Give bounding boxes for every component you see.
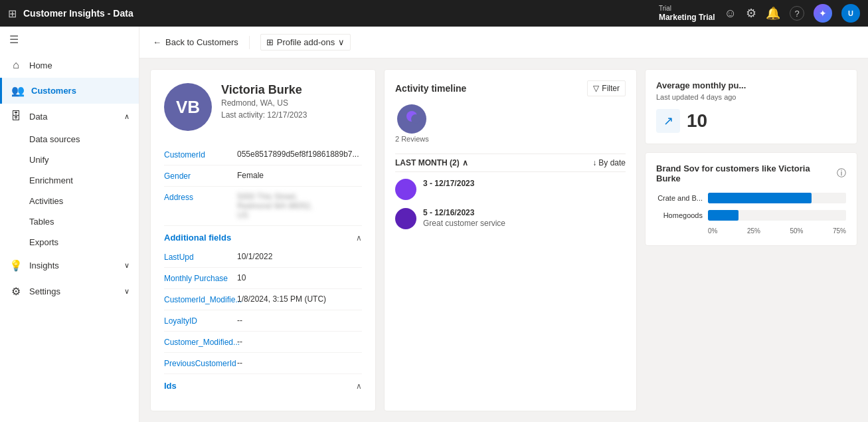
additional-fields-list: LastUpd 10/1/2022 Monthly Purchase 10 Cu… bbox=[164, 247, 362, 374]
activity-card-header: Activity timeline ▽ Filter bbox=[395, 80, 626, 96]
bar-fill-homegoods bbox=[708, 210, 738, 221]
settings-side-icon: ⚙ bbox=[9, 285, 23, 298]
axis-75: 75% bbox=[833, 227, 846, 235]
trial-badge: Trial Marketing Trial bbox=[659, 5, 715, 22]
settings-icon[interactable]: ⚙ bbox=[746, 6, 756, 21]
field-label-lastupd: LastUpd bbox=[164, 252, 230, 262]
customer-avatar: VB bbox=[164, 83, 212, 131]
field-value-gender: Female bbox=[237, 171, 264, 180]
activity-timeline-title: Activity timeline bbox=[395, 83, 466, 94]
trend-up-icon: ↗ bbox=[656, 109, 680, 133]
timeline-item-1-date: 3 - 12/17/2023 bbox=[423, 179, 474, 188]
bar-track-crate bbox=[708, 193, 846, 203]
timeline-item-1: 3 - 12/17/2023 bbox=[395, 179, 626, 200]
field-customerid-modified: CustomerId_Modifie... 1/8/2024, 3:15 PM … bbox=[164, 289, 362, 310]
sidebar-item-unify[interactable]: Unify bbox=[29, 150, 139, 170]
timeline-dot-2 bbox=[395, 208, 416, 229]
nav-icons: Trial Marketing Trial ☺ ⚙ 🔔 ? ✦ U bbox=[659, 4, 860, 23]
svg-point-1 bbox=[411, 114, 420, 124]
content-area: VB Victoria Burke Redmond, WA, US Last a… bbox=[139, 58, 868, 422]
avg-monthly-updated: Last updated 4 days ago bbox=[656, 93, 846, 101]
help-icon[interactable]: ? bbox=[790, 6, 804, 21]
chevron-up-icon5: ∧ bbox=[462, 158, 468, 167]
field-loyaltyid: LoyaltyID -- bbox=[164, 310, 362, 332]
month-label[interactable]: LAST MONTH (2) ∧ bbox=[395, 158, 468, 167]
sort-icon: ↓ bbox=[592, 158, 596, 167]
sidebar-item-activities[interactable]: Activities bbox=[29, 191, 139, 211]
timeline-item-2-content: 5 - 12/16/2023 Great customer service bbox=[423, 208, 505, 228]
bar-track-homegoods bbox=[708, 210, 846, 221]
grid-icon[interactable]: ⊞ bbox=[8, 7, 17, 20]
timeline-dot-1 bbox=[395, 179, 416, 200]
brand-sov-chart: Crate and B... Homegoods 0% 25% bbox=[656, 193, 846, 235]
sidebar-toggle[interactable]: ☰ bbox=[0, 27, 139, 53]
sidebar-data-subitems: Data sources Unify Enrichment Activities… bbox=[0, 129, 139, 253]
customer-last-activity: Last activity: 12/17/2023 bbox=[221, 110, 307, 120]
user-avatar[interactable]: U bbox=[841, 4, 860, 23]
filter-button[interactable]: ▽ Filter bbox=[587, 80, 626, 96]
field-label-customerid-modified: CustomerId_Modifie... bbox=[164, 294, 230, 304]
insights-icon: 💡 bbox=[9, 259, 23, 272]
field-lastupd: LastUpd 10/1/2022 bbox=[164, 247, 362, 268]
chevron-up-icon3: ∧ bbox=[356, 233, 362, 243]
home-icon: ⌂ bbox=[9, 59, 23, 71]
avg-monthly-value-row: ↗ 10 bbox=[656, 109, 846, 133]
sidebar-item-enrichment[interactable]: Enrichment bbox=[29, 170, 139, 191]
sidebar-label-data: Data bbox=[29, 112, 47, 122]
notification-icon[interactable]: 🔔 bbox=[766, 6, 780, 21]
sort-by-date-button[interactable]: ↓ By date bbox=[592, 158, 626, 167]
customer-header: VB Victoria Burke Redmond, WA, US Last a… bbox=[164, 83, 362, 131]
chevron-up-icon4: ∧ bbox=[356, 381, 362, 391]
sidebar: ☰ ⌂ Home 👥 Customers 🗄 Data ∧ Data sourc… bbox=[0, 27, 139, 422]
field-label-gender: Gender bbox=[164, 171, 230, 181]
chevron-down-icon: ∨ bbox=[124, 261, 130, 270]
smiley-icon[interactable]: ☺ bbox=[725, 7, 737, 21]
sidebar-item-exports[interactable]: Exports bbox=[29, 232, 139, 253]
app-title: Customer Insights - Data bbox=[23, 8, 652, 19]
profile-addon-button[interactable]: ⊞ Profile add-ons ∨ bbox=[260, 34, 351, 51]
ids-label: Ids bbox=[164, 381, 177, 391]
additional-fields-label: Additional fields bbox=[164, 233, 231, 243]
bar-row-homegoods: Homegoods bbox=[656, 210, 846, 221]
sidebar-item-home[interactable]: ⌂ Home bbox=[0, 53, 139, 78]
customer-location: Redmond, WA, US bbox=[221, 98, 307, 108]
profile-addon-icon: ⊞ bbox=[266, 37, 274, 47]
field-value-customerid-modified: 1/8/2024, 3:15 PM (UTC) bbox=[237, 294, 326, 304]
ids-section-header[interactable]: Ids ∧ bbox=[164, 374, 362, 395]
field-customer-modified: Customer_Modified... -- bbox=[164, 332, 362, 353]
brand-sov-header: Brand Sov for customers like Victoria Bu… bbox=[656, 163, 846, 183]
field-monthly-purchase: Monthly Purchase 10 bbox=[164, 268, 362, 289]
bar-label-crate: Crate and B... bbox=[656, 194, 703, 202]
field-value-customer-modified: -- bbox=[237, 337, 242, 346]
field-gender: Gender Female bbox=[164, 165, 362, 187]
sidebar-item-data[interactable]: 🗄 Data ∧ bbox=[0, 104, 139, 129]
sidebar-item-data-sources[interactable]: Data sources bbox=[29, 129, 139, 150]
back-label: Back to Customers bbox=[165, 37, 238, 47]
sidebar-item-settings[interactable]: ⚙ Settings ∨ bbox=[0, 278, 139, 304]
axis-25: 25% bbox=[747, 227, 760, 235]
sidebar-item-insights[interactable]: 💡 Insights ∨ bbox=[0, 253, 139, 278]
sidebar-item-customers[interactable]: 👥 Customers bbox=[0, 78, 139, 104]
info-icon[interactable]: ⓘ bbox=[837, 167, 846, 179]
field-label-loyaltyid: LoyaltyID bbox=[164, 316, 230, 326]
brand-sov-title: Brand Sov for customers like Victoria Bu… bbox=[656, 163, 833, 183]
bar-fill-crate bbox=[708, 193, 812, 203]
profile-card: VB Victoria Burke Redmond, WA, US Last a… bbox=[150, 69, 376, 411]
review-bubble bbox=[397, 104, 426, 134]
additional-fields-section-header[interactable]: Additional fields ∧ bbox=[164, 226, 362, 247]
timeline-item-2-desc: Great customer service bbox=[423, 219, 505, 228]
sidebar-label-settings: Settings bbox=[29, 286, 60, 296]
back-to-customers-button[interactable]: ← Back to Customers bbox=[153, 37, 238, 47]
profile-addon-label: Profile add-ons bbox=[277, 37, 335, 47]
copilot-icon[interactable]: ✦ bbox=[814, 4, 832, 23]
sidebar-item-tables[interactable]: Tables bbox=[29, 211, 139, 232]
sidebar-label-home: Home bbox=[29, 60, 52, 70]
activity-card: Activity timeline ▽ Filter 2 Reviews bbox=[384, 69, 637, 411]
top-nav: ⊞ Customer Insights - Data Trial Marketi… bbox=[0, 0, 868, 27]
customers-icon: 👥 bbox=[11, 84, 25, 97]
timeline-item-2-date: 5 - 12/16/2023 bbox=[423, 208, 505, 217]
bar-label-homegoods: Homegoods bbox=[656, 211, 703, 219]
sidebar-label-insights: Insights bbox=[29, 261, 59, 270]
bubble-label: 2 Reviews bbox=[395, 135, 429, 143]
field-address: Address 5000 This Street,Redmond WA 9805… bbox=[164, 187, 362, 226]
